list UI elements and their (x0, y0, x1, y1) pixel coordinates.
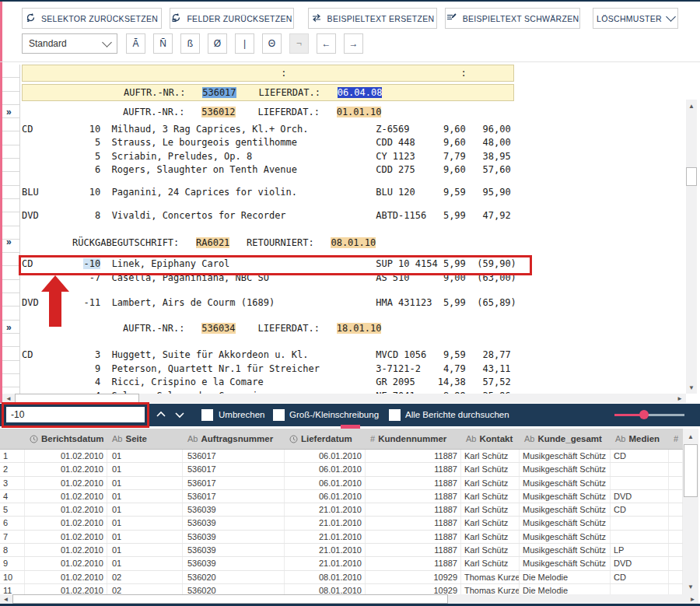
table-row[interactable]: 101.02.20100153601706.01.201011887Karl S… (0, 450, 683, 463)
field-highlight[interactable]: 08.01.10 (331, 237, 376, 248)
table-row[interactable]: 801.02.20100153603921.01.201011887Karl S… (0, 544, 683, 557)
field-highlight[interactable]: 536034 (201, 323, 235, 334)
report-blank-line (22, 250, 683, 257)
field-highlight[interactable]: 18.01.10 (337, 323, 382, 334)
clock-icon (30, 435, 38, 443)
scroll-up-icon[interactable]: ▲ (683, 430, 698, 443)
char-button-2[interactable]: ß (180, 33, 200, 54)
char-button-0[interactable]: Ã (126, 33, 145, 54)
table-row[interactable]: 901.02.20100153603921.01.201011887Karl S… (0, 557, 683, 570)
felder-zuruecksetzen-button[interactable]: FELDER ZURÜCKSETZEN (170, 8, 294, 29)
column-header-kontakt[interactable]: AbKontakt (461, 434, 520, 443)
table-row[interactable]: 401.02.20100153601706.01.201011887Karl S… (0, 490, 683, 503)
table-cell: 02 (107, 584, 183, 594)
grid-rows: 101.02.20100153601706.01.201011887Karl S… (0, 450, 683, 594)
scroll-up-icon[interactable]: ▲ (686, 100, 697, 112)
zoom-slider-thumb[interactable] (639, 410, 649, 419)
column-header-kundennummer[interactable]: #Kundennummer (366, 434, 461, 443)
field-highlight[interactable]: 536012 (201, 107, 235, 117)
table-cell: 11887 (366, 450, 461, 462)
char-button-8[interactable]: → (344, 33, 363, 54)
table-row[interactable]: 601.02.20100153603921.01.201011887Karl S… (0, 517, 683, 530)
gross-klein-checkbox[interactable] (273, 409, 285, 421)
scroll-down-icon[interactable]: ▼ (686, 381, 697, 394)
column-header-medien[interactable]: AbMedien (611, 434, 669, 443)
report-vscrollbar[interactable] (686, 100, 697, 394)
table-cell: 21.01.2010 (285, 544, 366, 556)
table-cell: Musikgeschäft Schütz (520, 557, 611, 569)
text-type-icon: Ab (615, 434, 625, 443)
format-style-dropdown[interactable]: Standard (22, 33, 117, 54)
pinned-template-row-2[interactable]: AUFTR.-NR.: 536017 LIEFERDAT.: 06.04.08 (22, 84, 514, 101)
table-cell: 21.01.2010 (285, 531, 366, 543)
table-row[interactable]: 701.02.20100153603921.01.201011887Karl S… (0, 531, 683, 544)
column-header-berichtsdatum[interactable]: Berichtsdatum (25, 434, 107, 443)
grid-hscroll-thumb[interactable] (12, 594, 448, 604)
report-preview-pane[interactable]: : : AUFTR.-NR.: 536017 LIEFERDAT.: 06.04… (2, 62, 698, 403)
table-row[interactable]: 1001.02.20100253602008.01.201010929Thoma… (0, 571, 683, 584)
column-header-label: Lieferdatum (301, 434, 352, 443)
field-highlight[interactable]: 536017 (202, 87, 236, 98)
char-button-1[interactable]: Ñ (153, 33, 173, 54)
table-cell: 01.02.2010 (25, 517, 107, 529)
table-cell (611, 477, 669, 489)
column-header-auftragsnummer[interactable]: AbAuftragsnummer (183, 434, 285, 443)
beispieltext-ersetzen-button[interactable]: BEISPIELTEXT ERSETZEN (308, 8, 437, 29)
selektor-zuruecksetzen-button[interactable]: SELEKTOR ZURÜCKSETZEN (22, 8, 162, 29)
table-cell: 21.01.2010 (285, 557, 366, 569)
scroll-left-icon[interactable]: ◄ (1, 594, 11, 604)
table-row[interactable]: 301.02.20100153601706.01.201011887Karl S… (0, 477, 683, 490)
table-cell: Karl Schütz (461, 531, 520, 543)
report-line: CD 3 Huggett, Suite für Akkordeon u. Kl.… (22, 349, 683, 363)
table-cell: 11887 (366, 503, 461, 516)
column-header-label: Seite (125, 434, 147, 443)
redact-text-icon (446, 12, 457, 24)
report-vscroll-thumb[interactable] (686, 167, 697, 186)
scroll-right-icon[interactable]: ► (675, 394, 684, 403)
char-button-7[interactable]: ← (317, 33, 336, 54)
table-cell: 10929 (366, 571, 461, 583)
column-header[interactable]: # (669, 434, 683, 443)
table-cell (669, 557, 683, 569)
char-button-3[interactable]: Ø (208, 33, 227, 54)
field-highlight[interactable]: 01.01.10 (337, 107, 382, 117)
search-previous-icon[interactable] (154, 408, 168, 421)
table-cell: Karl Schütz (461, 477, 520, 489)
annotation-arrow-icon (49, 289, 61, 327)
table-cell: Thomas Kurze (461, 571, 520, 583)
table-row[interactable]: 201.02.20100153601706.01.201011887Karl S… (0, 463, 683, 476)
window-top-frame (0, 0, 700, 2)
char-button-5[interactable]: Θ (262, 33, 282, 54)
alle-berichte-checkbox[interactable] (389, 409, 401, 421)
column-header-seite[interactable]: AbSeite (107, 434, 183, 443)
umbrechen-checkbox[interactable] (201, 409, 213, 421)
field-highlight[interactable]: 06.04.08 (338, 87, 383, 98)
table-cell: 01 (107, 477, 183, 489)
report-body[interactable]: AUFTR.-NR.: 536012 LIEFERDAT.: 01.01.10C… (22, 106, 683, 403)
scroll-right-icon[interactable]: ► (688, 594, 698, 604)
grid-vscroll-thumb[interactable] (684, 444, 698, 497)
table-cell: 536017 (183, 490, 285, 503)
char-button-4[interactable]: | (235, 33, 254, 54)
field-highlight[interactable]: RA6021 (196, 237, 229, 248)
table-cell: 01.02.2010 (25, 490, 107, 503)
beispieltext-schwaerzen-button[interactable]: BEISPIELTEXT SCHWÄRZEN (445, 8, 580, 29)
scroll-down-icon[interactable]: ▼ (683, 580, 698, 593)
table-cell: CD (611, 571, 669, 583)
column-header-kunde_gesamt[interactable]: AbKunde_gesamt (520, 434, 611, 443)
selector-reset-icon (26, 12, 36, 24)
fields-reset-icon (171, 12, 181, 24)
column-header-lieferdatum[interactable]: Lieferdatum (285, 434, 366, 443)
report-hscroll-thumb[interactable] (15, 394, 139, 403)
table-cell: 11887 (366, 544, 461, 556)
loeschmuster-dropdown[interactable]: LÖSCHMUSTER (593, 8, 678, 29)
pinned-template-row-1[interactable]: : : (22, 65, 514, 82)
field-highlight[interactable]: -10 (83, 258, 100, 269)
report-line: 4 Ricci, Crispino e la Comare GR 2095 14… (22, 376, 683, 390)
table-row[interactable]: 1101.02.20100253602008.01.201010929Thoma… (0, 584, 683, 594)
search-next-icon[interactable] (173, 408, 187, 421)
search-input[interactable] (6, 407, 145, 422)
table-row[interactable]: 501.02.20100153603921.01.201011887Karl S… (0, 503, 683, 517)
scroll-left-icon[interactable]: ◄ (4, 394, 13, 403)
table-cell: Musikgeschäft Schütz (520, 517, 611, 529)
